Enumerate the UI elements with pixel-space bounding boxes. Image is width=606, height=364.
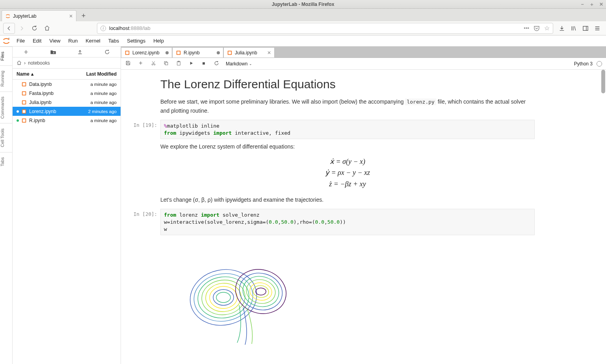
menubar: FileEditViewRunKernelTabsSettingsHelp: [0, 35, 606, 46]
home-button[interactable]: [41, 23, 53, 34]
notebook-content[interactable]: The Lorenz Differential Equations Before…: [121, 70, 606, 364]
kernel-status-icon[interactable]: [597, 61, 602, 67]
svg-rect-16: [177, 51, 180, 54]
markdown-cell[interactable]: We explore the Lorenz system of differen…: [160, 142, 535, 204]
menu-help[interactable]: Help: [149, 35, 168, 46]
rail-tab-commands[interactable]: Commands: [0, 91, 12, 123]
forward-button[interactable]: [16, 23, 28, 34]
menu-settings[interactable]: Settings: [123, 35, 149, 46]
file-row[interactable]: Fasta.ipynba minute ago: [13, 89, 121, 98]
menu-run[interactable]: Run: [64, 35, 82, 46]
home-icon[interactable]: [17, 60, 22, 65]
new-folder-button[interactable]: [40, 46, 67, 57]
add-cell-button[interactable]: [138, 61, 144, 67]
cut-button[interactable]: [150, 61, 156, 67]
page-actions-icon[interactable]: •••: [524, 25, 529, 31]
rail-tab-files[interactable]: Files: [0, 46, 12, 65]
kernel-name[interactable]: Python 3: [574, 61, 593, 67]
sidebar-icon[interactable]: [582, 25, 589, 32]
file-modified: a minute ago: [91, 118, 117, 123]
svg-point-37: [244, 277, 278, 306]
tab-close-icon[interactable]: ✕: [69, 13, 73, 19]
menu-tabs[interactable]: Tabs: [104, 35, 123, 46]
markdown-cell[interactable]: The Lorenz Differential Equations Before…: [160, 78, 535, 115]
file-modified: a minute ago: [91, 100, 117, 105]
document-tabs: Lorenz.ipynbR.ipynbJulia.ipynb✕: [121, 46, 606, 58]
run-button[interactable]: [188, 61, 194, 67]
svg-point-33: [216, 292, 231, 303]
document-tab[interactable]: R.ipynb: [172, 47, 223, 58]
menu-kernel[interactable]: Kernel: [82, 35, 104, 46]
document-tab[interactable]: Lorenz.ipynb: [121, 47, 172, 58]
scrollbar-thumb[interactable]: [601, 70, 605, 93]
file-name: Julia.ipynb: [29, 100, 88, 105]
pocket-icon[interactable]: [533, 25, 540, 32]
notebook-panel: Markdown ⌄ Python 3 The Lorenz Different…: [121, 58, 606, 364]
save-button[interactable]: [125, 60, 131, 67]
window-title: JupyterLab - Mozilla Firefox: [272, 2, 335, 7]
code-input[interactable]: from lorenz import solve_lorenz w=intera…: [160, 209, 535, 235]
svg-point-34: [230, 263, 292, 320]
svg-rect-25: [203, 62, 205, 65]
file-row[interactable]: Julia.ipynba minute ago: [13, 98, 121, 107]
document-tab[interactable]: Julia.ipynb✕: [223, 47, 275, 58]
menu-file[interactable]: File: [13, 35, 29, 46]
new-tab-button[interactable]: +: [78, 10, 89, 21]
upload-button[interactable]: [67, 46, 94, 57]
tab-label: Lorenz.ipynb: [132, 50, 160, 56]
copy-button[interactable]: [163, 61, 169, 67]
menu-view[interactable]: View: [45, 35, 64, 46]
code-input[interactable]: %matplotlib inline from ipywidgets impor…: [160, 120, 535, 139]
minimize-icon[interactable]: −: [580, 2, 585, 7]
browser-tab-strip: JupyterLab ✕ +: [0, 9, 606, 21]
close-tab-icon[interactable]: ✕: [267, 50, 271, 56]
code-cell[interactable]: In [19]: %matplotlib inline from ipywidg…: [160, 120, 535, 139]
cell-type-selector[interactable]: Markdown ⌄: [226, 61, 252, 67]
browser-toolbar: i localhost:8888/lab ••• ☆: [0, 21, 606, 35]
input-prompt: In [19]:: [133, 120, 160, 139]
tab-label: Julia.ipynb: [235, 50, 257, 56]
explore-text: We explore the Lorenz system of differen…: [160, 142, 535, 151]
dirty-indicator-icon: [217, 51, 220, 54]
reload-button[interactable]: [28, 23, 40, 34]
bookmark-icon[interactable]: ☆: [544, 24, 550, 32]
svg-point-27: [190, 269, 257, 326]
file-row[interactable]: Lorenz.ipynb2 minutes ago: [13, 107, 121, 116]
browser-tab[interactable]: JupyterLab ✕: [2, 10, 76, 21]
svg-rect-6: [23, 92, 26, 95]
url-text: localhost:8888/lab: [109, 25, 151, 31]
running-indicator-icon: [17, 110, 19, 113]
stop-button[interactable]: [201, 61, 207, 67]
svg-rect-0: [583, 26, 588, 30]
page-info-icon[interactable]: i: [100, 26, 106, 31]
output-area: [160, 238, 535, 350]
paste-button[interactable]: [175, 61, 182, 67]
new-launcher-button[interactable]: [13, 46, 40, 57]
svg-rect-22: [165, 62, 168, 65]
running-indicator-icon: [17, 119, 19, 122]
jupyter-logo[interactable]: [0, 35, 13, 46]
file-row[interactable]: R.ipynba minute ago: [13, 116, 121, 125]
breadcrumb[interactable]: › notebooks: [13, 58, 121, 69]
close-icon[interactable]: ✕: [599, 2, 604, 7]
url-bar[interactable]: i localhost:8888/lab ••• ☆: [97, 23, 553, 34]
restart-button[interactable]: [213, 61, 219, 67]
downloads-icon[interactable]: [559, 25, 565, 32]
svg-point-2: [8, 38, 9, 39]
rail-tab-cell-tools[interactable]: Cell Tools: [0, 123, 12, 152]
library-icon[interactable]: [571, 25, 577, 32]
file-row[interactable]: Data.ipynba minute ago: [13, 80, 121, 89]
input-prompt: In [20]:: [133, 209, 160, 235]
breadcrumb-item[interactable]: notebooks: [28, 60, 50, 66]
maximize-icon[interactable]: ＋: [589, 2, 594, 7]
hamburger-menu-icon[interactable]: [594, 25, 600, 32]
code-cell[interactable]: In [20]: from lorenz import solve_lorenz…: [160, 209, 535, 235]
file-list-header[interactable]: Name ▴ Last Modified: [13, 69, 121, 80]
back-button[interactable]: [3, 23, 15, 34]
rail-tab-running[interactable]: Running: [0, 65, 12, 91]
refresh-button[interactable]: [94, 46, 121, 57]
menu-edit[interactable]: Edit: [29, 35, 45, 46]
svg-rect-4: [23, 83, 26, 85]
file-modified: a minute ago: [91, 91, 117, 96]
rail-tab-tabs[interactable]: Tabs: [0, 152, 12, 171]
